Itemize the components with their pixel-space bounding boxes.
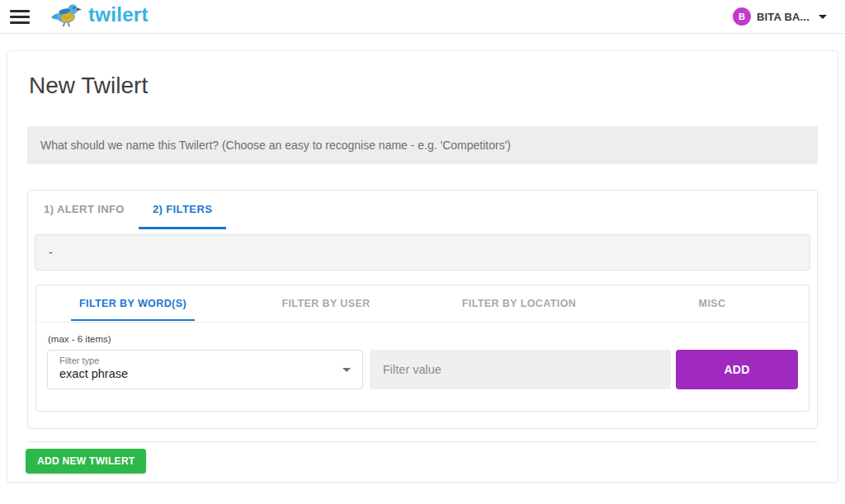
tab-alert-info[interactable]: 1) ALERT INFO [30, 191, 139, 229]
tab-filter-by-location[interactable]: FILTER BY LOCATION [422, 285, 616, 322]
hamburger-menu-icon[interactable] [10, 7, 30, 27]
top-navbar: twilert B BITA BA... [0, 0, 845, 34]
footer-divider [27, 441, 818, 442]
tab-filters[interactable]: 2) FILTERS [139, 191, 226, 229]
user-menu[interactable]: B BITA BA... [733, 7, 835, 26]
twilert-bird-icon [50, 2, 83, 31]
wizard-panel: 1) ALERT INFO 2) FILTERS - FILTER BY WOR… [27, 190, 818, 429]
new-twilert-card: New Twilert 1) ALERT INFO 2) FILTERS - F… [7, 50, 838, 483]
filter-controls-row: Filter type exact phrase ADD [47, 350, 798, 389]
twilert-logo[interactable]: twilert [50, 2, 149, 31]
max-items-note: (max - 6 items) [48, 334, 798, 344]
tab-filter-by-words[interactable]: FILTER BY WORD(S) [36, 285, 229, 322]
filter-tabbar: FILTER BY WORD(S) FILTER BY USER FILTER … [36, 285, 809, 323]
filter-type-label: Filter type [59, 356, 351, 365]
page-title: New Twilert [29, 73, 824, 99]
twilert-name-input[interactable] [27, 126, 818, 164]
filter-panel: FILTER BY WORD(S) FILTER BY USER FILTER … [35, 285, 810, 412]
add-new-twilert-button[interactable]: ADD NEW TWILERT [26, 449, 146, 473]
user-name: BITA BA... [757, 11, 810, 23]
brand-name: twilert [88, 3, 149, 26]
filter-value-input[interactable] [370, 350, 671, 389]
dropdown-arrow-icon [342, 368, 351, 372]
filter-content: (max - 6 items) Filter type exact phrase… [36, 323, 809, 411]
add-filter-button[interactable]: ADD [676, 350, 798, 389]
selected-filters-summary: - [35, 234, 810, 271]
wizard-tabbar: 1) ALERT INFO 2) FILTERS [28, 191, 817, 229]
avatar: B [733, 7, 751, 26]
filter-type-select[interactable]: Filter type exact phrase [47, 350, 363, 389]
tab-misc[interactable]: MISC [616, 285, 809, 322]
tab-filter-by-user[interactable]: FILTER BY USER [229, 285, 422, 322]
filter-type-value: exact phrase [59, 367, 351, 380]
chevron-down-icon [819, 15, 827, 19]
